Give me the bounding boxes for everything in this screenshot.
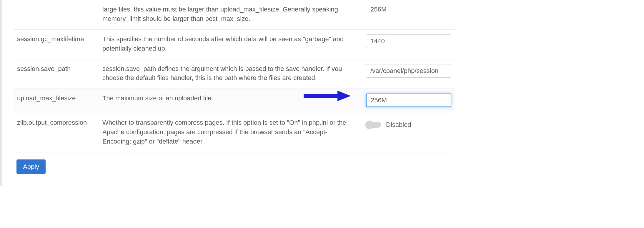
post-max-size-input[interactable] [366, 3, 451, 16]
setting-name: session.gc_maxlifetime [14, 29, 99, 59]
setting-name [14, 0, 99, 29]
setting-name: upload_max_filesize [14, 89, 99, 113]
setting-description: Whether to transparently compress pages.… [99, 113, 362, 152]
zlib-output-compression-toggle[interactable] [366, 122, 381, 128]
table-row: large files, this value must be larger t… [14, 0, 455, 29]
upload-max-filesize-input[interactable] [366, 94, 451, 107]
pointer-arrow-annotation [304, 89, 351, 102]
session-save-path-input[interactable] [366, 64, 451, 78]
table-row: session.save_path session.save_path defi… [14, 59, 455, 89]
setting-description: This specifies the number of seconds aft… [99, 29, 362, 59]
php-settings-table: large files, this value must be larger t… [14, 0, 455, 152]
toggle-knob [365, 121, 374, 129]
setting-description: large files, this value must be larger t… [99, 0, 362, 29]
table-row: upload_max_filesize The maximum size of … [14, 89, 455, 113]
setting-name: zlib.output_compression [14, 113, 99, 152]
toggle-state-label: Disabled [386, 120, 411, 129]
table-row: zlib.output_compression Whether to trans… [14, 113, 455, 152]
svg-marker-1 [337, 91, 351, 101]
apply-button[interactable]: Apply [16, 159, 46, 174]
setting-description: session.save_path defines the argument w… [99, 59, 362, 89]
session-gc-maxlifetime-input[interactable] [366, 34, 451, 48]
table-row: session.gc_maxlifetime This specifies th… [14, 29, 455, 59]
setting-name: session.save_path [14, 59, 99, 89]
